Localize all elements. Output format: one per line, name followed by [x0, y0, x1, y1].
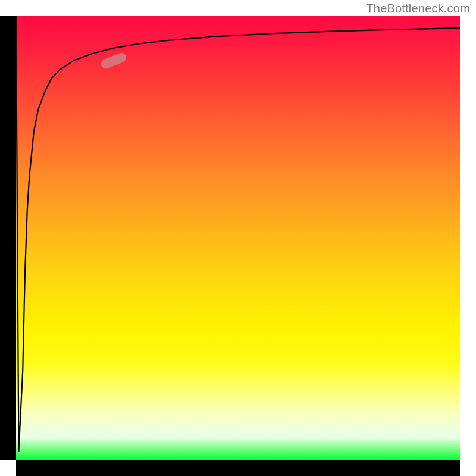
x-axis-bar	[16, 460, 460, 476]
attribution-text: TheBottleneck.com	[366, 2, 470, 15]
y-axis-bar	[0, 16, 16, 460]
plot-area	[16, 16, 460, 460]
chart-frame: TheBottleneck.com	[0, 0, 476, 476]
heat-gradient-background	[16, 16, 460, 460]
